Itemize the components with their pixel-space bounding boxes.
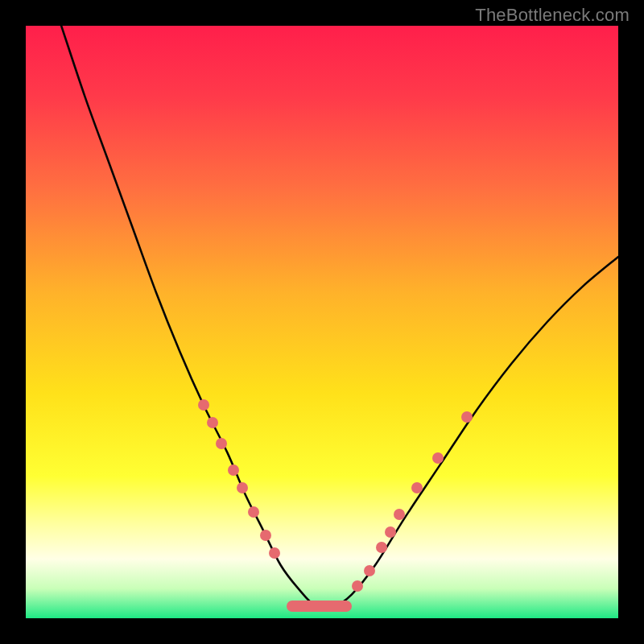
marker-left-6 xyxy=(260,530,271,541)
bottleneck-curve xyxy=(26,26,618,618)
marker-right-2 xyxy=(376,542,387,553)
marker-right-1 xyxy=(364,565,375,576)
plot-area xyxy=(26,26,618,618)
marker-left-5 xyxy=(248,506,259,518)
marker-left-2 xyxy=(216,438,227,449)
bottom-bar-marker xyxy=(287,601,352,612)
marker-right-4 xyxy=(394,509,405,520)
marker-right-3 xyxy=(385,526,396,538)
chart-frame: TheBottleneck.com xyxy=(0,0,644,644)
marker-right-7 xyxy=(461,411,473,423)
watermark-label: TheBottleneck.com xyxy=(475,5,630,26)
marker-left-1 xyxy=(207,417,218,428)
marker-right-5 xyxy=(411,482,423,493)
marker-left-0 xyxy=(198,399,209,411)
marker-right-0 xyxy=(352,580,363,592)
marker-left-4 xyxy=(237,482,248,493)
marker-right-6 xyxy=(432,452,444,464)
marker-left-3 xyxy=(228,464,239,476)
